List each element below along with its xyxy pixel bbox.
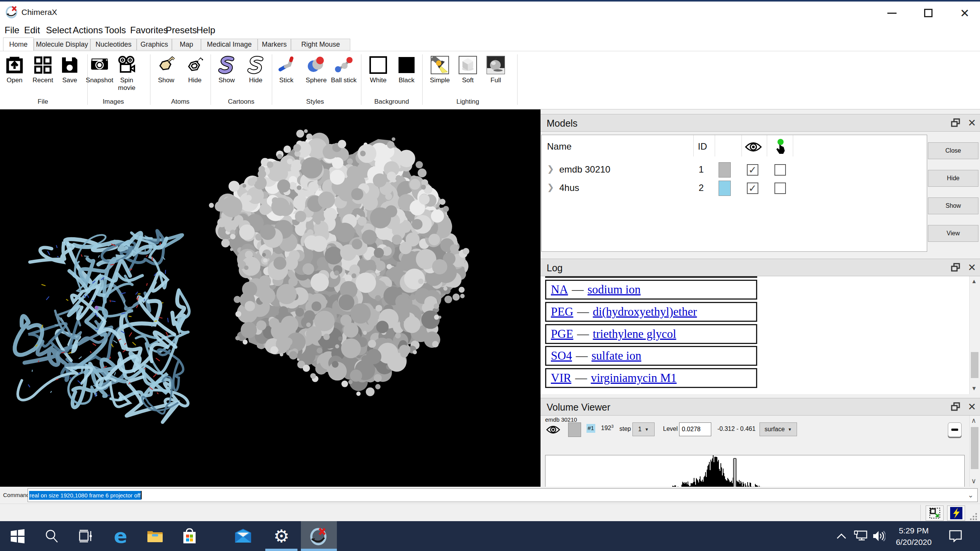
menu-presets[interactable]: Presets [166, 25, 197, 36]
tab-map[interactable]: Map [172, 39, 201, 51]
chimerax-taskbar-button[interactable] [301, 521, 337, 551]
float-panel-icon[interactable] [951, 263, 961, 273]
file-explorer-button[interactable] [138, 521, 172, 551]
scroll-down-icon[interactable]: ▼ [971, 385, 977, 391]
model-row[interactable]: ❯ 4hus 2 ✓ [542, 179, 927, 197]
menu-help[interactable]: Help [196, 25, 215, 36]
close-panel-icon[interactable]: ✕ [968, 262, 976, 274]
model-color-swatch[interactable] [719, 162, 731, 178]
log-desc-link[interactable]: sulfate ion [591, 349, 641, 363]
shown-checkbox-checked[interactable]: ✓ [747, 183, 758, 194]
level-input[interactable] [679, 422, 711, 436]
volume-viewer-titlebar[interactable]: Volume Viewer ✕ [541, 398, 980, 416]
action-center-button[interactable] [946, 521, 965, 551]
title-bar[interactable]: ChimeraX ✕ [0, 2, 980, 22]
selected-checkbox[interactable] [774, 164, 786, 176]
log-code-link[interactable]: PEG [551, 305, 573, 319]
models-close-button[interactable]: Close [928, 142, 978, 159]
log-code-link[interactable]: VIR [551, 371, 571, 385]
models-hide-button[interactable]: Hide [928, 170, 978, 187]
ball-stick-button[interactable]: Ball stick [328, 56, 360, 84]
lighting-simple-button[interactable]: Simple [424, 56, 456, 84]
scroll-down-icon[interactable]: ∨ [971, 477, 976, 485]
expand-chevron-icon[interactable]: ❯ [547, 164, 554, 174]
search-button[interactable] [34, 521, 69, 551]
log-panel-titlebar[interactable]: Log ✕ [541, 259, 980, 276]
models-show-button[interactable]: Show [928, 197, 978, 214]
tab-home[interactable]: Home [3, 37, 34, 51]
maximize-button[interactable] [917, 7, 940, 19]
mail-button[interactable] [226, 521, 260, 551]
log-desc-link[interactable]: virginiamycin M1 [591, 371, 676, 385]
tab-medical-image[interactable]: Medical Image [201, 39, 258, 51]
selected-checkbox[interactable] [774, 183, 786, 194]
edge-browser-button[interactable]: e [103, 521, 138, 551]
step-dropdown[interactable]: 1 ▼ [632, 422, 655, 436]
volume-scrollbar[interactable]: ∧ ∨ [969, 416, 980, 487]
log-desc-link[interactable]: sodium ion [588, 283, 641, 297]
volume-eye-icon[interactable] [546, 425, 560, 435]
models-table[interactable]: Name ID ❯ emdb 30210 1 ✓ ❯ [541, 135, 927, 252]
atoms-show-button[interactable]: Show [150, 56, 182, 84]
stick-button[interactable]: Stick [270, 56, 302, 84]
atoms-hide-button[interactable]: Hide [179, 56, 211, 84]
save-button[interactable]: Save [54, 56, 86, 84]
shown-checkbox-checked[interactable]: ✓ [747, 164, 758, 176]
menu-favorites[interactable]: Favorites [130, 25, 168, 36]
close-panel-icon[interactable]: ✕ [968, 117, 976, 129]
lighting-soft-button[interactable]: Soft [452, 56, 484, 84]
log-desc-link[interactable]: di(hydroxyethyl)ether [593, 305, 697, 319]
style-dropdown[interactable]: surface ▼ [760, 422, 797, 436]
tab-markers[interactable]: Markers [258, 39, 291, 51]
cartoons-hide-button[interactable]: Hide [240, 56, 272, 84]
lighting-full-button[interactable]: Full [480, 56, 512, 84]
background-black-button[interactable]: Black [390, 56, 423, 84]
log-code-link[interactable]: NA [551, 283, 568, 297]
resize-grip[interactable] [970, 513, 978, 520]
minimize-button[interactable] [880, 7, 903, 19]
command-history-dropdown-icon[interactable]: ⌄ [968, 491, 973, 499]
volume-collapse-button[interactable] [948, 422, 962, 437]
model-color-swatch[interactable] [719, 181, 731, 196]
models-panel-titlebar[interactable]: Models ✕ [541, 114, 980, 132]
background-white-button[interactable]: White [362, 56, 394, 84]
scroll-up-icon[interactable]: ∧ [971, 416, 976, 425]
graphics-viewport[interactable] [0, 109, 541, 487]
resize-graphics-button[interactable] [926, 505, 944, 521]
menu-edit[interactable]: Edit [24, 25, 40, 36]
log-code-link[interactable]: PGE [551, 327, 573, 341]
scrollbar-thumb[interactable] [971, 427, 978, 469]
float-panel-icon[interactable] [951, 118, 961, 128]
tab-graphics[interactable]: Graphics [137, 39, 172, 51]
open-button[interactable]: Open [0, 56, 31, 84]
log-desc-link[interactable]: triethylene glycol [593, 327, 676, 341]
tray-network-button[interactable] [851, 521, 870, 551]
volume-color-swatch[interactable] [568, 422, 581, 437]
menu-actions[interactable]: Actions [73, 25, 103, 36]
log-code-link[interactable]: SO4 [551, 349, 572, 363]
float-panel-icon[interactable] [951, 402, 961, 412]
menu-tools[interactable]: Tools [105, 25, 126, 36]
close-panel-icon[interactable]: ✕ [968, 401, 976, 413]
store-button[interactable] [172, 521, 207, 551]
menu-file[interactable]: File [5, 25, 20, 36]
tray-expand-button[interactable] [833, 521, 850, 551]
log-content[interactable]: NA — sodium ion PEG — di(hydroxyethyl)et… [541, 276, 969, 394]
tray-volume-button[interactable] [870, 521, 888, 551]
tab-nucleotides[interactable]: Nucleotides [90, 39, 137, 51]
tab-right-mouse[interactable]: Right Mouse [291, 39, 350, 51]
spin-movie-button[interactable]: Spin movie [111, 56, 143, 91]
model-row[interactable]: ❯ emdb 30210 1 ✓ [542, 161, 927, 179]
close-button[interactable]: ✕ [953, 7, 976, 19]
cartoons-show-button[interactable]: Show [211, 56, 243, 84]
scroll-up-icon[interactable]: ▲ [971, 278, 977, 284]
log-scrollbar[interactable]: ▲ ▼ [969, 276, 980, 394]
models-view-button[interactable]: View [928, 225, 978, 242]
scrollbar-thumb[interactable] [971, 352, 978, 378]
taskbar-clock[interactable]: 5:29 PM 6/20/2020 [889, 525, 939, 548]
start-button[interactable] [0, 521, 35, 551]
menu-select[interactable]: Select [46, 25, 72, 36]
settings-button[interactable]: ⚙ [264, 521, 299, 551]
task-view-button[interactable] [69, 521, 103, 551]
expand-chevron-icon[interactable]: ❯ [547, 183, 554, 192]
